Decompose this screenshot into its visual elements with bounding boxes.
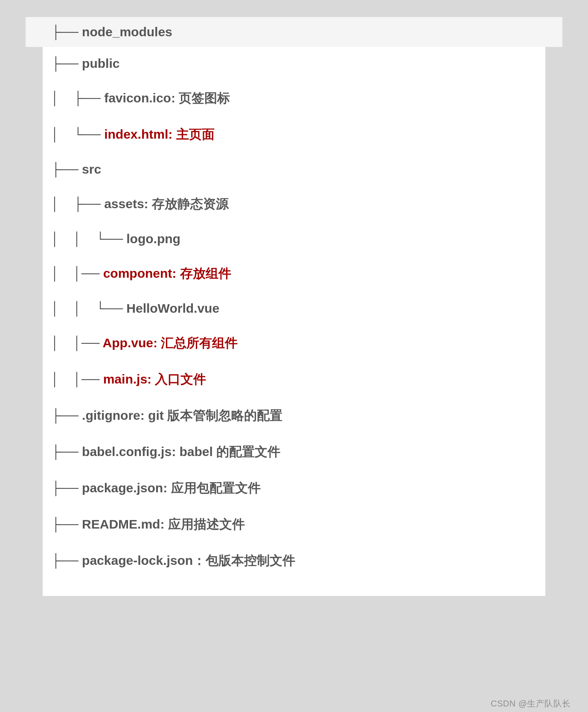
tree-line: │ │ └── logo.png: [43, 222, 545, 256]
tree-line: ├── .gitignore: git 版本管制忽略的配置: [43, 398, 545, 434]
tree-line: ├── src: [43, 153, 545, 186]
tree-line: ├── package-lock.json：包版本控制文件: [43, 543, 545, 579]
tree-line: ├── public: [43, 47, 545, 80]
tree-line-prefix: │ │──: [51, 266, 103, 280]
tree-line: │ ├── favicon.ico: 页签图标: [43, 80, 545, 116]
header-box: ├── node_modules: [26, 17, 562, 47]
watermark-text: CSDN @生产队队长: [491, 698, 571, 709]
tree-line-prefix: │ └──: [51, 127, 104, 141]
tree-line: ├── README.md: 应用描述文件: [43, 506, 545, 543]
tree-line: │ └── index.html: 主页面: [43, 116, 545, 153]
main-box: ├── public│ ├── favicon.ico: 页签图标│ └── i…: [43, 47, 545, 596]
tree-line: │ │ └── HelloWorld.vue: [43, 292, 545, 325]
tree-line-prefix: │ │──: [51, 336, 103, 350]
tree-line: │ │── component: 存放组件: [43, 256, 545, 292]
tree-line-label: component: 存放组件: [103, 266, 231, 280]
tree-line-header: ├── node_modules: [51, 25, 562, 39]
tree-line-prefix: │ │──: [51, 372, 103, 386]
tree-line: │ ├── assets: 存放静态资源: [43, 186, 545, 222]
tree-line: ├── package.json: 应用包配置文件: [43, 470, 545, 506]
tree-line-label: App.vue: 汇总所有组件: [103, 336, 238, 350]
tree-line: │ │── App.vue: 汇总所有组件: [43, 325, 545, 361]
tree-line-label: index.html: 主页面: [104, 127, 214, 141]
tree-line: │ │── main.js: 入口文件: [43, 361, 545, 398]
tree-line-label: main.js: 入口文件: [103, 372, 207, 386]
tree-line: ├── babel.config.js: babel 的配置文件: [43, 434, 545, 470]
